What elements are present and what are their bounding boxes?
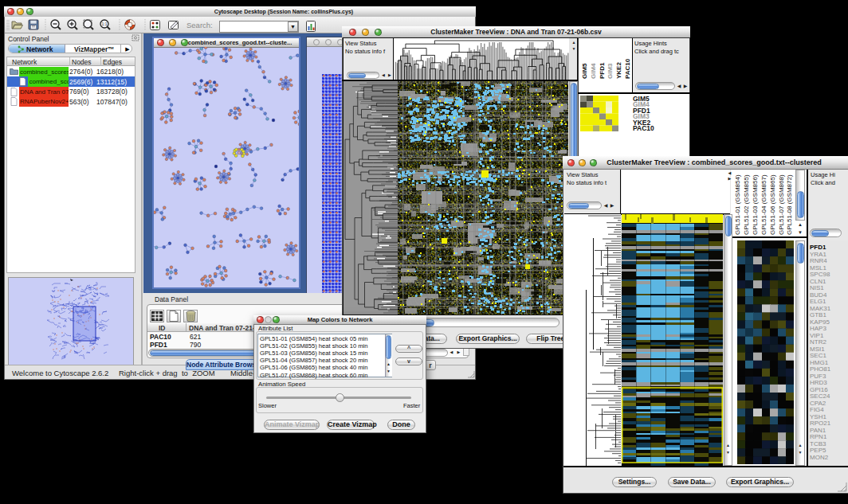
svg-text:1:1: 1:1	[102, 21, 108, 26]
svg-text:Search:: Search:	[186, 21, 213, 29]
